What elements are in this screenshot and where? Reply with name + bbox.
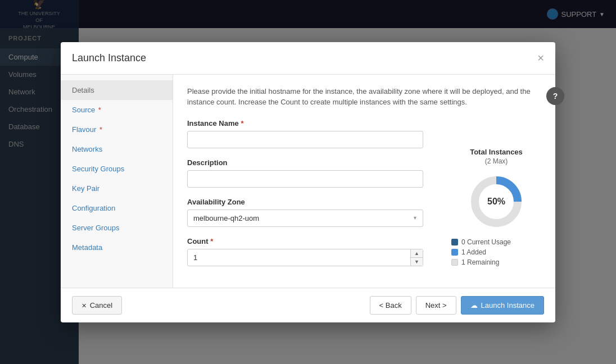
next-button[interactable]: Next > bbox=[416, 296, 456, 315]
close-button[interactable]: × bbox=[537, 52, 544, 63]
nav-item-key-pair[interactable]: Key Pair bbox=[61, 179, 173, 198]
source-required-star: * bbox=[96, 106, 101, 114]
description-input[interactable] bbox=[187, 170, 423, 188]
availability-zone-select-wrapper: melbourne-qh2-uom bbox=[187, 210, 423, 227]
launch-button[interactable]: ☁ Launch Instance bbox=[461, 296, 544, 315]
legend-dot-remaining bbox=[451, 259, 458, 266]
instances-legend: 0 Current Usage 1 Added 1 Remaining bbox=[451, 238, 541, 266]
nav-item-networks[interactable]: Networks bbox=[61, 139, 173, 159]
cancel-x-icon: ✕ bbox=[81, 302, 87, 309]
instance-name-label: Instance Name * bbox=[187, 119, 541, 128]
action-buttons: < Back Next > ☁ Launch Instance bbox=[370, 296, 544, 315]
legend-remaining: 1 Remaining bbox=[451, 258, 541, 266]
cancel-button[interactable]: ✕ Cancel bbox=[72, 296, 122, 315]
count-required-star: * bbox=[209, 237, 214, 245]
count-decrement-button[interactable]: ▼ bbox=[411, 258, 423, 266]
nav-item-flavour[interactable]: Flavour * bbox=[61, 120, 173, 139]
modal-footer: ✕ Cancel < Back Next > ☁ Launch Instance bbox=[61, 288, 555, 322]
modal-title: Launch Instance bbox=[72, 52, 146, 64]
modal-description: Please provide the initial hostname for … bbox=[187, 86, 541, 108]
back-button[interactable]: < Back bbox=[370, 296, 411, 315]
instances-max: (2 Max) bbox=[451, 157, 541, 165]
instance-name-group: Instance Name * bbox=[187, 119, 541, 148]
instance-name-required-star: * bbox=[239, 119, 244, 128]
legend-dot-current bbox=[451, 239, 458, 245]
cloud-upload-icon: ☁ bbox=[470, 301, 478, 310]
instances-title: Total Instances bbox=[451, 148, 541, 156]
nav-item-server-groups[interactable]: Server Groups bbox=[61, 218, 173, 238]
instances-panel: Total Instances (2 Max) 50% bbox=[451, 148, 541, 269]
instance-name-input[interactable] bbox=[187, 131, 423, 148]
donut-chart: 50% bbox=[468, 174, 524, 230]
legend-dot-added bbox=[451, 249, 458, 256]
nav-item-details[interactable]: Details bbox=[61, 80, 173, 100]
legend-current-usage: 0 Current Usage bbox=[451, 238, 541, 246]
availability-zone-select[interactable]: melbourne-qh2-uom bbox=[187, 210, 423, 227]
count-input[interactable] bbox=[187, 249, 423, 266]
launch-instance-modal: ? Launch Instance × Details Source * Fla… bbox=[61, 42, 555, 322]
count-input-wrapper: ▲ ▼ bbox=[187, 249, 423, 266]
count-spin-buttons: ▲ ▼ bbox=[410, 249, 423, 266]
nav-item-configuration[interactable]: Configuration bbox=[61, 198, 173, 218]
count-increment-button[interactable]: ▲ bbox=[411, 249, 423, 258]
nav-item-security-groups[interactable]: Security Groups bbox=[61, 159, 173, 179]
modal-header: Launch Instance × bbox=[61, 42, 555, 75]
modal-nav: Details Source * Flavour * Networks Secu… bbox=[61, 75, 173, 288]
donut-label: 50% bbox=[487, 197, 505, 207]
nav-item-metadata[interactable]: Metadata bbox=[61, 238, 173, 257]
flavour-required-star: * bbox=[97, 125, 102, 134]
modal-body: Details Source * Flavour * Networks Secu… bbox=[61, 75, 555, 288]
nav-item-source[interactable]: Source * bbox=[61, 100, 173, 120]
modal-form: Please provide the initial hostname for … bbox=[173, 75, 555, 288]
legend-added: 1 Added bbox=[451, 248, 541, 256]
modal-overlay: ? Launch Instance × Details Source * Fla… bbox=[0, 0, 616, 364]
